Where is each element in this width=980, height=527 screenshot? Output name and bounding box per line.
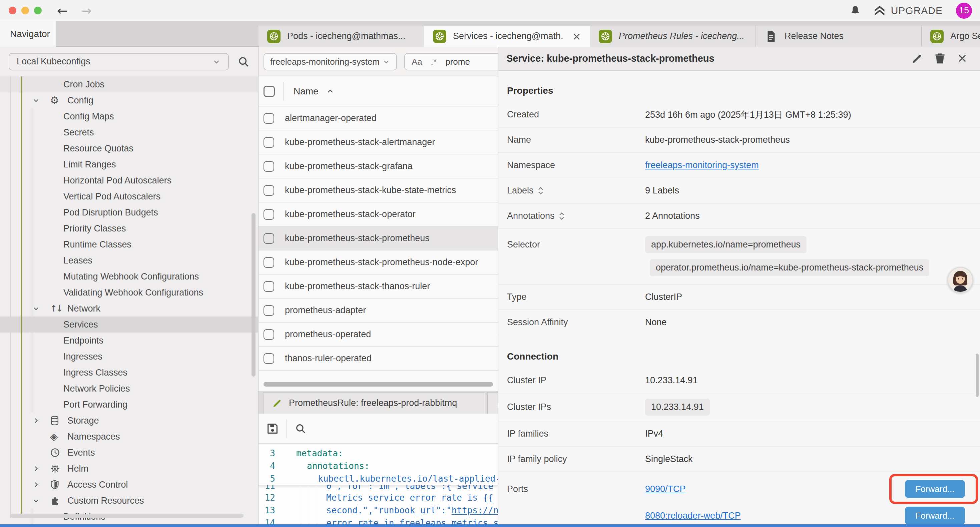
expander-chevron-icon[interactable] (32, 96, 50, 104)
prometheus-adapter[interactable]: prometheus-adapter (259, 299, 498, 323)
expander-chevron-icon[interactable] (32, 417, 50, 425)
sidebar-item[interactable]: ⚙ ↑↓ ◈ Runtime Classes (0, 236, 258, 253)
forward-button[interactable]: → (81, 4, 92, 17)
kube-prometheus-stack-grafana[interactable]: kube-prometheus-stack-grafana (259, 154, 498, 178)
sidebar-item[interactable]: ⚙ ↑↓ ◈ Horizontal Pod Autoscalers (0, 172, 258, 188)
kube-prometheus-stack-kube-state-metrics[interactable]: kube-prometheus-stack-kube-state-metrics (259, 178, 498, 202)
editor-tab-2[interactable] (487, 392, 498, 414)
sidebar-item[interactable]: ⚙ ↑↓ ◈ Config (0, 92, 258, 108)
sidebar-item[interactable]: ⚙ ↑↓ ◈ Network Policies (0, 381, 258, 396)
alertmanager-operated[interactable]: alertmanager-operated (259, 107, 498, 131)
minimize-window-button[interactable] (21, 7, 29, 14)
name-column-header[interactable]: Name (294, 86, 318, 97)
app-tab[interactable]: Pods - icecheng@mathmas... (259, 25, 424, 47)
thanos-ruler-operated[interactable]: thanos-ruler-operated (259, 347, 498, 371)
app-tab[interactable]: Release Notes (756, 25, 922, 47)
kube-prometheus-stack-prometheus-node-expor[interactable]: kube-prometheus-stack-prometheus-node-ex… (259, 250, 498, 274)
kube-prometheus-stack-alertmanager[interactable]: kube-prometheus-stack-alertmanager (259, 131, 498, 154)
close-window-button[interactable] (9, 7, 16, 14)
count-badge[interactable]: 15 (956, 3, 972, 19)
expand-collapse-icon[interactable] (538, 186, 544, 195)
code-link[interactable]: https://net (452, 505, 498, 515)
sidebar-item[interactable]: ⚙ ↑↓ ◈ Ingress Classes (0, 365, 258, 381)
row-checkbox[interactable] (264, 137, 274, 148)
row-checkbox[interactable] (264, 209, 274, 220)
kubernetes-icon (599, 30, 612, 43)
sidebar-item[interactable]: ⚙ ↑↓ ◈ Endpoints (0, 333, 258, 349)
row-checkbox[interactable] (264, 353, 274, 364)
app-tab[interactable]: Prometheus Rules - icecheng... (590, 25, 756, 47)
sidebar-item[interactable]: ⚙ ↑↓ ◈ Port Forwarding (0, 396, 258, 412)
prometheus-operated[interactable]: prometheus-operated (259, 323, 498, 347)
sidebar-item[interactable]: ⚙ ↑↓ ◈ Priority Classes (0, 220, 258, 236)
sidebar-item[interactable]: ⚙ ↑↓ ◈ Custom Resources (0, 493, 258, 509)
app-tab[interactable]: Services - icecheng@math... × (424, 25, 590, 47)
row-checkbox[interactable] (264, 113, 274, 124)
save-icon[interactable] (266, 422, 279, 435)
sidebar-item[interactable]: ⚙ ↑↓ ◈ Resource Quotas (0, 140, 258, 156)
expand-collapse-icon[interactable] (559, 212, 565, 220)
expander-chevron-icon[interactable] (32, 465, 50, 473)
sidebar-item[interactable]: ⚙ ↑↓ ◈ Storage (0, 412, 258, 428)
row-checkbox[interactable] (264, 161, 274, 172)
expander-chevron-icon[interactable] (32, 481, 50, 489)
namespace-link[interactable]: freeleaps-monitoring-system (645, 160, 759, 170)
close-icon[interactable]: ✕ (957, 53, 967, 65)
sidebar-item[interactable]: ⚙ ↑↓ ◈ Network (0, 301, 258, 317)
forward-button[interactable]: Forward... (905, 480, 965, 498)
sidebar-horizontal-scrollbar[interactable] (10, 514, 243, 517)
port-link[interactable]: 8080:reloader-web/TCP (645, 511, 741, 521)
detail-scrollbar[interactable] (976, 353, 978, 397)
search-icon[interactable] (237, 56, 250, 68)
sidebar-item[interactable]: ⚙ ↑↓ ◈ Validating Webhook Configurations (0, 285, 258, 301)
app-tab[interactable]: Argo Se (922, 25, 980, 47)
row-checkbox[interactable] (264, 185, 274, 196)
yaml-editor[interactable]: 3 metadata: 4 annotations: 5 kubectl.kub… (259, 444, 498, 524)
horizontal-scrollbar[interactable] (264, 382, 493, 387)
close-tab-icon[interactable]: × (572, 30, 581, 43)
select-all-checkbox[interactable] (264, 86, 275, 97)
kube-prometheus-stack-prometheus[interactable]: kube-prometheus-stack-prometheus (259, 226, 498, 250)
edit-icon[interactable] (911, 53, 923, 64)
sidebar-item[interactable]: ⚙ ↑↓ ◈ Helm (0, 461, 258, 477)
kubeconfig-select[interactable]: Local Kubeconfigs (9, 53, 229, 70)
delete-icon[interactable] (935, 53, 945, 64)
port-link[interactable]: 9090/TCP (645, 484, 686, 494)
sidebar-item[interactable]: ⚙ ↑↓ ◈ Limit Ranges (0, 156, 258, 172)
sidebar-item[interactable]: ⚙ ↑↓ ◈ Access Control (0, 477, 258, 493)
expander-chevron-icon[interactable] (32, 304, 50, 312)
kube-prometheus-stack-operator[interactable]: kube-prometheus-stack-operator (259, 202, 498, 226)
upgrade-button[interactable]: UPGRADE (873, 5, 943, 16)
notifications-bell-icon[interactable] (850, 5, 860, 16)
kube-prometheus-stack-thanos-ruler[interactable]: kube-prometheus-stack-thanos-ruler (259, 274, 498, 299)
sidebar-item[interactable]: ⚙ ↑↓ ◈ Namespaces (0, 428, 258, 444)
expander-chevron-icon[interactable] (32, 497, 50, 505)
sidebar-item[interactable]: ⚙ ↑↓ ◈ Cron Jobs (0, 76, 258, 92)
row-checkbox[interactable] (264, 329, 274, 340)
navigator-panel-tab[interactable]: Navigator (0, 21, 56, 47)
row-checkbox[interactable] (264, 257, 274, 268)
resource-search-input[interactable]: Aa .* prome (404, 53, 498, 70)
back-button[interactable]: ← (57, 4, 68, 17)
maximize-window-button[interactable] (34, 7, 42, 14)
sidebar-item[interactable]: ⚙ ↑↓ ◈ Events (0, 444, 258, 461)
sidebar-item[interactable]: ⚙ ↑↓ ◈ Services (0, 317, 258, 333)
sidebar-item[interactable]: ⚙ ↑↓ ◈ Ingresses (0, 349, 258, 365)
sidebar-item[interactable]: ⚙ ↑↓ ◈ Pod Disruption Budgets (0, 204, 258, 220)
regex-toggle[interactable]: .* (431, 57, 437, 67)
row-checkbox[interactable] (264, 281, 274, 292)
forward-button[interactable]: Forward... (905, 507, 965, 524)
sidebar-item[interactable]: ⚙ ↑↓ ◈ Mutating Webhook Configurations (0, 269, 258, 285)
row-checkbox[interactable] (264, 305, 274, 316)
namespace-filter-select[interactable]: freeleaps-monitoring-system (264, 53, 397, 70)
avatar[interactable] (947, 267, 973, 293)
sidebar-scrollbar[interactable] (251, 213, 256, 377)
editor-tab[interactable]: PrometheusRule: freeleaps-prod-rabbitmq (263, 392, 485, 414)
sidebar-item[interactable]: ⚙ ↑↓ ◈ Config Maps (0, 108, 258, 124)
match-case-toggle[interactable]: Aa (412, 57, 422, 67)
sidebar-item[interactable]: ⚙ ↑↓ ◈ Leases (0, 253, 258, 269)
sidebar-item[interactable]: ⚙ ↑↓ ◈ Vertical Pod Autoscalers (0, 188, 258, 204)
row-checkbox[interactable] (264, 233, 274, 244)
sidebar-item[interactable]: ⚙ ↑↓ ◈ Secrets (0, 124, 258, 140)
editor-search-icon[interactable] (295, 423, 306, 434)
